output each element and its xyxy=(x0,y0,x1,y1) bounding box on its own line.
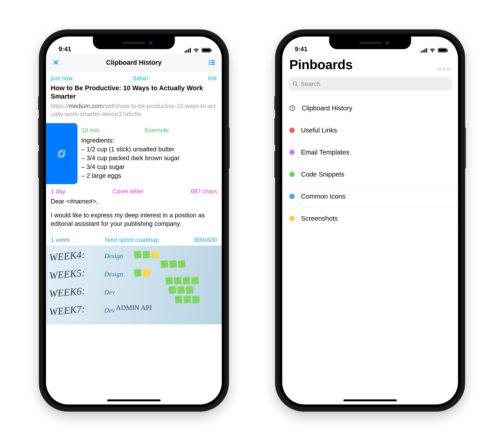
volume-down xyxy=(274,151,276,178)
svg-point-2 xyxy=(209,62,210,63)
clip-time: 1 day xyxy=(51,188,65,195)
svg-point-4 xyxy=(209,64,210,65)
clip-item-link[interactable]: just now Safari link How to Be Productiv… xyxy=(46,71,222,123)
pinboard-label: Code Snippets xyxy=(301,171,345,178)
header: Pinboards ○○○ xyxy=(282,54,458,74)
page-title: Clipboard History xyxy=(106,59,162,66)
search-wrap: Search xyxy=(282,74,458,93)
clip-size: 687 chars xyxy=(191,188,217,195)
clock-icon xyxy=(289,105,295,111)
cell-signal-icon xyxy=(185,48,191,53)
clip-body: Dear <#name#>, I would like to express m… xyxy=(51,197,217,228)
color-dot-icon xyxy=(289,216,295,221)
status-time: 9:41 xyxy=(295,46,307,53)
clip-title: How to Be Productive: 10 Ways to Actuall… xyxy=(51,84,217,100)
list-settings-icon[interactable] xyxy=(208,59,216,66)
pinboard-label: Email Templates xyxy=(301,149,349,156)
power-button xyxy=(464,127,466,169)
clip-item-text-swiped[interactable]: 10 min Evernote Ingredients: – 1/2 cup (… xyxy=(46,123,222,184)
notch xyxy=(329,36,411,49)
front-camera xyxy=(385,41,389,45)
power-button xyxy=(228,127,230,169)
clip-source: Evernote xyxy=(145,127,169,134)
color-dot-icon xyxy=(289,150,295,155)
mute-switch xyxy=(274,96,276,110)
clip-item-image[interactable]: 1 week Next sprint roadmap 900x600 WEEK4… xyxy=(46,233,222,324)
status-time: 9:41 xyxy=(59,46,71,53)
pinboard-item-code[interactable]: Code Snippets xyxy=(289,163,458,185)
close-button[interactable]: ✕ xyxy=(52,58,59,67)
home-indicator[interactable] xyxy=(107,399,161,401)
search-placeholder: Search xyxy=(300,80,320,88)
search-input[interactable]: Search xyxy=(288,77,452,91)
speaker xyxy=(123,42,145,44)
pinboard-label: Screenshots xyxy=(301,215,338,222)
cell-signal-icon xyxy=(421,48,427,53)
nav-bar: ✕ Clipboard History xyxy=(46,54,222,71)
svg-rect-6 xyxy=(60,150,64,156)
svg-rect-1 xyxy=(211,60,215,61)
pinboard-label: Useful Links xyxy=(301,126,337,134)
clip-image-preview: WEEK4: WEEK5: WEEK6: WEEK7: Design Desig… xyxy=(46,246,222,324)
clip-dimensions: 900x600 xyxy=(194,236,217,243)
wifi-icon xyxy=(429,48,436,53)
more-button[interactable]: ○○○ xyxy=(438,66,451,72)
color-dot-icon xyxy=(289,172,295,177)
volume-down xyxy=(38,151,40,178)
phone-right: 9:41 Pinboards ○○○ Search xyxy=(276,30,465,411)
pinboard-item-links[interactable]: Useful Links xyxy=(289,119,458,141)
clip-time: 10 min xyxy=(81,127,99,134)
speaker xyxy=(359,42,381,44)
phone-left: 9:41 ✕ Clipboard History xyxy=(39,30,228,411)
svg-line-9 xyxy=(296,85,298,86)
clip-time: 1 week xyxy=(51,236,70,243)
clip-source: Safari xyxy=(133,75,148,82)
svg-rect-7 xyxy=(58,152,63,157)
pinboard-item-history[interactable]: Clipboard History xyxy=(289,97,458,119)
pinboard-item-email[interactable]: Email Templates xyxy=(289,141,458,163)
home-indicator[interactable] xyxy=(343,399,397,401)
clip-url: https://medium.com/swlh/how-to-be-produc… xyxy=(51,102,217,118)
wifi-icon xyxy=(193,48,199,53)
page-title: Pinboards xyxy=(289,57,353,72)
volume-up xyxy=(274,118,276,145)
copy-icon xyxy=(57,149,66,158)
pinboard-label: Common Icons xyxy=(301,193,346,200)
pinboard-list: Clipboard History Useful Links Email Tem… xyxy=(282,93,458,229)
copy-swipe-action[interactable] xyxy=(46,123,78,184)
battery-icon xyxy=(202,48,211,52)
clip-item-text[interactable]: 1 day Cover letter 687 chars Dear <#name… xyxy=(46,184,222,233)
pinboard-item-screenshots[interactable]: Screenshots xyxy=(289,207,458,229)
battery-icon xyxy=(438,48,447,52)
svg-point-0 xyxy=(209,60,210,61)
volume-up xyxy=(38,118,40,145)
notch xyxy=(93,36,175,49)
mute-switch xyxy=(38,96,40,110)
color-dot-icon xyxy=(289,127,295,133)
clip-body: Ingredients: – 1/2 cup (1 stick) unsalte… xyxy=(81,136,217,180)
pinboard-label: Clipboard History xyxy=(302,104,352,112)
clip-time: just now xyxy=(51,75,73,82)
svg-rect-3 xyxy=(211,62,215,63)
clipboard-list[interactable]: just now Safari link How to Be Productiv… xyxy=(46,71,222,405)
clip-type: link xyxy=(208,75,217,82)
color-dot-icon xyxy=(289,194,295,199)
clip-source: Cover letter xyxy=(113,188,143,195)
front-camera xyxy=(149,41,153,45)
svg-rect-5 xyxy=(211,64,215,65)
clip-source: Next sprint roadmap xyxy=(105,236,159,243)
search-icon xyxy=(292,81,298,87)
pinboard-item-icons[interactable]: Common Icons xyxy=(289,185,458,207)
